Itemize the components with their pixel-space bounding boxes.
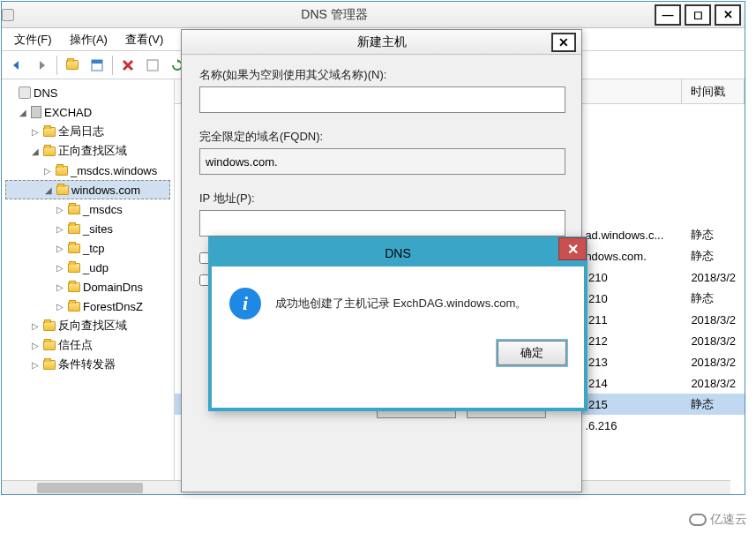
tree-label: 全局日志 [58, 124, 104, 139]
toolbar-separator [112, 56, 113, 75]
dialog-close-button[interactable]: ✕ [551, 33, 576, 52]
tree-windows-com[interactable]: ◢windows.com [5, 180, 170, 199]
dialog-title-bar: 新建主机 ✕ [182, 30, 581, 55]
tree-label: _tcp [83, 242, 105, 255]
window-title: DNS 管理器 [14, 7, 655, 23]
view-icon[interactable] [86, 54, 109, 77]
tree-label: _sites [83, 222, 113, 236]
watermark: 亿速云 [689, 512, 747, 528]
fqdn-label: 完全限定的域名(FQDN): [199, 129, 564, 145]
msgbox-title: DNS [385, 246, 411, 260]
ip-label: IP 地址(P): [199, 191, 564, 206]
name-input[interactable] [199, 86, 565, 113]
close-button[interactable]: ✕ [715, 4, 741, 26]
tree-label: windows.com [71, 184, 140, 197]
tree-global-log[interactable]: ▷全局日志 [5, 122, 170, 141]
msgbox-close-button[interactable]: ✕ [558, 237, 587, 260]
maximize-button[interactable]: ◻ [685, 4, 711, 26]
tree-server[interactable]: ◢EXCHAD [5, 102, 170, 122]
toolbar-separator [56, 56, 57, 75]
name-label: 名称(如果为空则使用其父域名称)(N): [199, 67, 564, 83]
ok-button[interactable]: 确定 [498, 341, 566, 365]
tree-udp[interactable]: ▷_udp [5, 258, 170, 277]
tree-label: EXCHAD [44, 106, 92, 119]
tree-label: 条件转发器 [58, 357, 116, 372]
tree-label: 信任点 [58, 337, 93, 353]
watermark-text: 亿速云 [710, 512, 747, 528]
tree-sites[interactable]: ▷_sites [5, 219, 170, 238]
tree-trust[interactable]: ▷信任点 [5, 335, 170, 355]
properties-icon[interactable] [141, 54, 164, 77]
info-icon: i [229, 288, 261, 319]
scrollbar-thumb[interactable] [37, 483, 143, 493]
col-timestamp[interactable]: 时间戳 [682, 79, 745, 103]
svg-rect-2 [147, 60, 158, 71]
msgbox-title-bar: DNS ✕ [212, 240, 584, 266]
tree-forestdns[interactable]: ▷ForestDnsZ [5, 297, 170, 316]
msgbox-message: 成功地创建了主机记录 ExchDAG.windows.com。 [275, 296, 527, 312]
title-bar: DNS 管理器 — ◻ ✕ [2, 2, 745, 28]
watermark-icon [689, 514, 707, 526]
tree-label: _msdcs [83, 203, 123, 216]
app-icon [2, 9, 14, 21]
minimize-button[interactable]: — [655, 4, 681, 26]
tree-cond-fwd[interactable]: ▷条件转发器 [5, 355, 170, 374]
dialog-title: 新建主机 [357, 34, 407, 50]
ip-input[interactable] [199, 210, 565, 236]
tree-label: _msdcs.windows [71, 164, 157, 177]
tree-fwd-zone[interactable]: ◢正向查找区域 [5, 141, 170, 161]
menu-view[interactable]: 查看(V) [116, 29, 172, 50]
tree-rev-zone[interactable]: ▷反向查找区域 [5, 316, 170, 335]
tree-label: _udp [83, 261, 109, 274]
tree-label: 反向查找区域 [58, 318, 127, 334]
tree-label: ForestDnsZ [83, 300, 143, 313]
menu-action[interactable]: 操作(A) [61, 29, 116, 50]
col-host[interactable] [576, 79, 682, 103]
nav-forward-icon[interactable] [30, 54, 53, 77]
tree-label: DNS [34, 86, 57, 100]
nav-back-icon[interactable] [5, 54, 28, 77]
delete-icon[interactable] [116, 54, 139, 77]
tree-msdcs[interactable]: ▷_msdcs [5, 199, 170, 219]
new-icon[interactable] [61, 54, 84, 77]
tree-panel[interactable]: DNS ◢EXCHAD ▷全局日志 ◢正向查找区域 ▷_msdcs.window… [2, 79, 175, 494]
svg-rect-1 [92, 60, 102, 64]
tree-msdcs-win[interactable]: ▷_msdcs.windows [5, 161, 170, 180]
tree-label: DomainDns [83, 281, 143, 294]
tree-dns-root[interactable]: DNS [5, 83, 170, 102]
tree-tcp[interactable]: ▷_tcp [5, 238, 170, 258]
tree-domaindns[interactable]: ▷DomainDns [5, 277, 170, 297]
dns-message-box: DNS ✕ i 成功地创建了主机记录 ExchDAG.windows.com。 … [208, 236, 588, 411]
menu-file[interactable]: 文件(F) [5, 29, 61, 50]
fqdn-input[interactable] [199, 148, 565, 175]
tree-label: 正向查找区域 [58, 143, 127, 159]
